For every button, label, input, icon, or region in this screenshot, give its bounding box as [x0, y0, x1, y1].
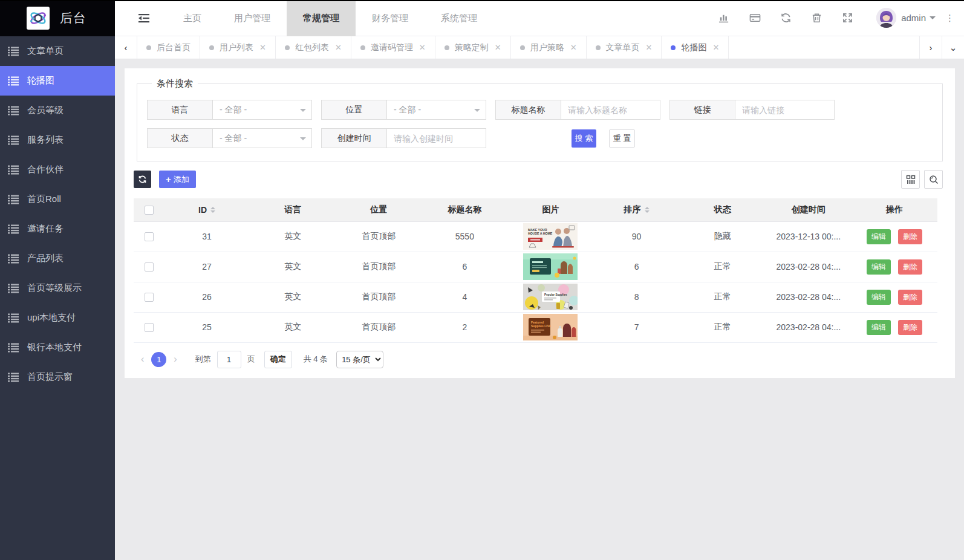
column-header[interactable]: 操作	[852, 198, 937, 221]
next-page-button[interactable]: ›	[166, 354, 184, 365]
cell-sort: 90	[594, 221, 680, 252]
tab-close-icon[interactable]: ✕	[646, 43, 653, 52]
list-icon	[8, 372, 19, 383]
tab-close-icon[interactable]: ✕	[495, 43, 501, 52]
delete-button[interactable]: 删除	[898, 259, 922, 275]
refresh-table-button[interactable]	[134, 171, 151, 188]
tab-close-icon[interactable]: ✕	[570, 43, 577, 52]
sidebar-item[interactable]: 首页等级展示	[0, 273, 115, 303]
search-button[interactable]: 搜 索	[572, 129, 596, 148]
banner-thumbnail[interactable]: Featured Supplies LIVE	[523, 314, 578, 340]
field-input[interactable]	[742, 105, 827, 115]
page-size-select[interactable]: 15 条/页	[336, 351, 383, 368]
banner-thumbnail[interactable]: MAKE YOUR HOUSE A HOME	[523, 223, 578, 250]
card-icon[interactable]	[749, 12, 761, 24]
column-header[interactable]: 排序	[594, 198, 680, 221]
column-header[interactable]: 状态	[680, 198, 766, 221]
refresh-icon[interactable]	[780, 12, 792, 24]
goto-confirm-button[interactable]: 确定	[264, 351, 292, 368]
delete-button[interactable]: 删除	[898, 320, 922, 335]
column-header[interactable]: 创建时间	[766, 198, 852, 221]
page-tab[interactable]: 轮播图 ✕	[662, 36, 729, 59]
sort-icon[interactable]	[210, 204, 215, 215]
page-tab[interactable]: 邀请码管理 ✕	[351, 36, 435, 59]
sidebar-item[interactable]: 服务列表	[0, 125, 115, 155]
top-nav-item[interactable]: 主页	[167, 0, 218, 36]
column-label: 语言	[284, 204, 301, 215]
fullscreen-icon[interactable]	[842, 12, 853, 24]
edit-button[interactable]: 编辑	[867, 229, 891, 244]
current-page-button[interactable]: 1	[151, 352, 166, 367]
cell-actions: 编辑 删除	[852, 282, 937, 312]
page-tab[interactable]: 用户列表 ✕	[200, 36, 276, 59]
sidebar-item-label: 首页提示窗	[27, 371, 73, 383]
banner-thumbnail[interactable]	[523, 253, 578, 280]
sort-icon[interactable]	[645, 204, 650, 215]
row-checkbox[interactable]	[145, 232, 154, 241]
field-select[interactable]: - 全部 -	[212, 100, 312, 120]
sidebar-item[interactable]: 银行本地支付	[0, 333, 115, 362]
edit-button[interactable]: 编辑	[867, 290, 891, 305]
tabs-menu-caret[interactable]: ⌄	[942, 36, 964, 59]
column-label: 状态	[714, 204, 731, 215]
prev-page-button[interactable]: ‹	[134, 354, 151, 365]
edit-button[interactable]: 编辑	[867, 259, 891, 275]
add-button[interactable]: + 添加	[159, 171, 196, 188]
tab-close-icon[interactable]: ✕	[259, 43, 266, 52]
tabs-scroll-right[interactable]: ›	[919, 36, 942, 59]
column-header[interactable]: 标题名称	[422, 198, 507, 221]
columns-toggle-button[interactable]	[901, 170, 920, 189]
page-tab[interactable]: 后台首页	[137, 36, 200, 59]
delete-button[interactable]: 删除	[898, 229, 922, 244]
tab-close-icon[interactable]: ✕	[419, 43, 426, 52]
row-checkbox[interactable]	[145, 262, 154, 272]
more-menu-icon[interactable]: ⋮	[945, 14, 957, 22]
row-checkbox[interactable]	[145, 323, 154, 332]
data-table-wrap: ID 语言 位置	[134, 198, 937, 343]
select-all-checkbox[interactable]	[145, 206, 154, 215]
column-header[interactable]: ID	[164, 198, 250, 221]
sidebar-item[interactable]: 首页提示窗	[0, 362, 115, 392]
top-nav-item[interactable]: 财务管理	[356, 0, 425, 36]
columns-icon	[906, 175, 916, 184]
carousel-table: ID 语言 位置	[134, 198, 937, 343]
field-input[interactable]	[394, 134, 479, 143]
top-nav-item[interactable]: 系统管理	[425, 0, 493, 36]
row-checkbox[interactable]	[145, 293, 154, 302]
banner-thumbnail[interactable]: Popular Supplies	[523, 284, 578, 310]
field-select[interactable]: - 全部 -	[386, 100, 486, 120]
sidebar-item[interactable]: 轮播图	[0, 66, 115, 96]
sidebar-item[interactable]: upi本地支付	[0, 303, 115, 333]
sidebar-item[interactable]: 产品列表	[0, 244, 115, 273]
column-header[interactable]: 图片	[507, 198, 593, 221]
sidebar-fold-icon[interactable]	[138, 11, 151, 25]
tab-close-icon[interactable]: ✕	[712, 43, 719, 52]
sidebar-item[interactable]: 文章单页	[0, 36, 115, 66]
edit-button[interactable]: 编辑	[867, 320, 891, 335]
username[interactable]: admin	[901, 13, 926, 23]
sidebar-item[interactable]: 邀请任务	[0, 214, 115, 244]
page-tab[interactable]: 红包列表 ✕	[276, 36, 351, 59]
sidebar-item[interactable]: 首页Roll	[0, 184, 115, 214]
column-header[interactable]: 位置	[336, 198, 422, 221]
field-input[interactable]	[568, 105, 653, 115]
delete-button[interactable]: 删除	[898, 290, 922, 305]
page-tab[interactable]: 文章单页 ✕	[587, 36, 662, 59]
goto-page-input[interactable]	[217, 351, 241, 368]
tab-close-icon[interactable]: ✕	[335, 43, 342, 52]
tabs-scroll-left[interactable]: ‹	[115, 36, 137, 59]
top-nav-item[interactable]: 用户管理	[218, 0, 287, 36]
trash-icon[interactable]	[811, 12, 822, 24]
column-header[interactable]: 语言	[250, 198, 336, 221]
page-tab[interactable]: 策略定制 ✕	[435, 36, 511, 59]
bar-chart-icon[interactable]	[718, 12, 730, 24]
sidebar-item[interactable]: 会员等级	[0, 96, 115, 125]
top-nav-item[interactable]: 常规管理	[287, 0, 356, 36]
field-select[interactable]: - 全部 -	[212, 128, 312, 148]
sidebar-item[interactable]: 合作伙伴	[0, 155, 115, 184]
user-avatar[interactable]	[876, 8, 896, 28]
reset-button[interactable]: 重 置	[609, 129, 635, 148]
page-tab[interactable]: 用户策略 ✕	[511, 36, 587, 59]
user-dropdown-caret[interactable]	[930, 16, 936, 22]
search-toggle-button[interactable]	[924, 170, 943, 189]
